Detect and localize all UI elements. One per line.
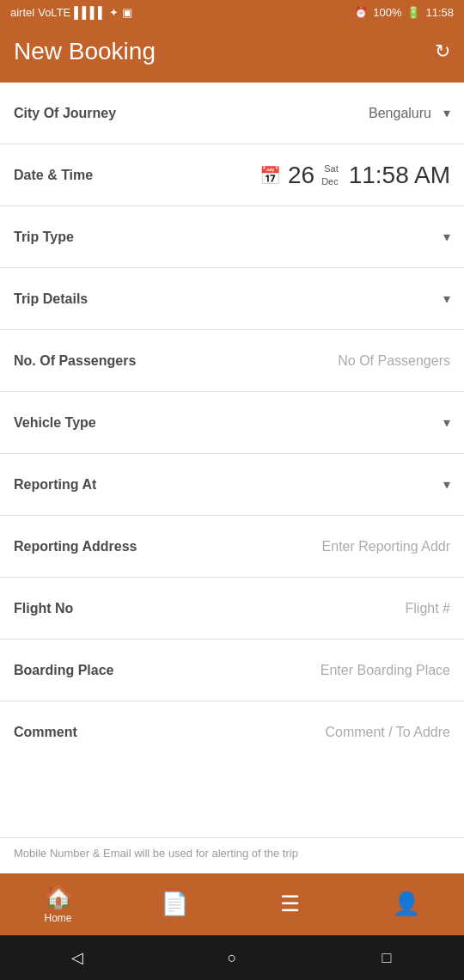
bottom-nav: 🏠 Home 📄 ☰ 👤: [0, 873, 464, 935]
boarding-place-label: Boarding Place: [14, 663, 168, 678]
battery-icon: 🔋: [406, 6, 420, 19]
comment-label: Comment: [14, 725, 168, 740]
flight-no-placeholder: Flight #: [406, 601, 450, 616]
time-value: 11:58 AM: [349, 162, 450, 189]
flight-no-row[interactable]: Flight No Flight #: [0, 578, 464, 640]
vehicle-type-value[interactable]: ▾: [168, 414, 450, 431]
document-icon: 📄: [161, 891, 188, 917]
date-month-day: Sat Dec: [321, 162, 339, 187]
nav-list[interactable]: ☰: [265, 891, 316, 917]
boarding-place-value[interactable]: Enter Boarding Place: [168, 663, 450, 678]
battery-label: 100%: [373, 6, 401, 19]
status-right: ⏰ 100% 🔋 11:58: [354, 6, 454, 19]
reporting-at-value[interactable]: ▾: [168, 476, 450, 493]
network-label: VoLTE: [38, 6, 70, 19]
boarding-place-row[interactable]: Boarding Place Enter Boarding Place: [0, 640, 464, 701]
trip-type-row[interactable]: Trip Type ▾: [0, 206, 464, 268]
flight-no-label: Flight No: [14, 601, 168, 616]
nav-documents[interactable]: 📄: [149, 891, 200, 917]
reporting-address-value[interactable]: Enter Reporting Addr: [168, 539, 450, 554]
date-day: 26: [288, 162, 314, 189]
alarm-icon: ⏰: [354, 6, 368, 19]
home-button[interactable]: ○: [215, 940, 249, 975]
comment-placeholder: Comment / To Addre: [325, 725, 450, 740]
system-nav: ◁ ○ □: [0, 935, 464, 980]
city-chevron-down-icon: ▾: [443, 105, 450, 121]
booking-form: City Of Journey Bengaluru ▾ Date & Time …: [0, 83, 464, 837]
passengers-row[interactable]: No. Of Passengers No Of Passengers: [0, 330, 464, 392]
comment-value[interactable]: Comment / To Addre: [168, 725, 450, 740]
time-label: 11:58: [425, 6, 454, 19]
nav-home-label: Home: [44, 912, 71, 924]
back-button[interactable]: ◁: [60, 940, 95, 975]
trip-details-label: Trip Details: [14, 291, 168, 307]
calendar-icon: 📅: [259, 165, 281, 186]
reporting-address-label: Reporting Address: [14, 539, 168, 554]
city-of-journey-label: City Of Journey: [14, 106, 168, 121]
reporting-at-row[interactable]: Reporting At ▾: [0, 454, 464, 516]
flight-no-value[interactable]: Flight #: [168, 601, 450, 616]
city-of-journey-text: Bengaluru: [369, 106, 431, 121]
vehicle-type-row[interactable]: Vehicle Type ▾: [0, 392, 464, 454]
nav-profile[interactable]: 👤: [381, 891, 432, 917]
date-display: 📅 26 Sat Dec 11:58 AM: [259, 162, 450, 189]
reporting-at-label: Reporting At: [14, 477, 168, 493]
profile-icon: 👤: [393, 891, 420, 917]
carrier-label: airtel: [10, 6, 34, 19]
signal-bars: ▌▌▌▌: [74, 6, 106, 19]
city-of-journey-row[interactable]: City Of Journey Bengaluru ▾: [0, 83, 464, 144]
comment-row[interactable]: Comment Comment / To Addre: [0, 701, 464, 763]
trip-type-chevron-down-icon: ▾: [443, 229, 450, 245]
home-icon: 🏠: [45, 884, 72, 910]
date-time-label: Date & Time: [14, 168, 168, 183]
status-bar: airtel VoLTE ▌▌▌▌ ✦ ▣ ⏰ 100% 🔋 11:58: [0, 0, 464, 24]
passengers-placeholder: No Of Passengers: [338, 353, 450, 369]
day-of-week: Sat: [321, 162, 339, 175]
trip-type-value[interactable]: ▾: [168, 229, 450, 245]
vehicle-type-chevron-down-icon: ▾: [443, 414, 450, 431]
recent-button[interactable]: □: [369, 940, 404, 975]
trip-details-row[interactable]: Trip Details ▾: [0, 268, 464, 330]
trip-details-chevron-down-icon: ▾: [443, 291, 450, 307]
trip-details-value[interactable]: ▾: [168, 291, 450, 307]
passengers-label: No. Of Passengers: [14, 353, 168, 369]
trip-type-label: Trip Type: [14, 230, 168, 245]
reporting-address-placeholder: Enter Reporting Addr: [322, 539, 450, 554]
date-time-row[interactable]: Date & Time 📅 26 Sat Dec 11:58 AM: [0, 144, 464, 206]
passengers-value[interactable]: No Of Passengers: [168, 353, 450, 369]
list-icon: ☰: [280, 891, 300, 917]
bottom-hint: Mobile Number & Email will be used for a…: [0, 837, 464, 873]
refresh-button[interactable]: ↻: [435, 40, 450, 63]
reporting-at-chevron-down-icon: ▾: [443, 476, 450, 493]
month-label: Dec: [321, 175, 339, 187]
page-title: New Booking: [14, 38, 156, 65]
app-header: New Booking ↻: [0, 24, 464, 83]
vehicle-type-label: Vehicle Type: [14, 415, 168, 431]
city-of-journey-value[interactable]: Bengaluru ▾: [168, 105, 450, 121]
reporting-address-row[interactable]: Reporting Address Enter Reporting Addr: [0, 516, 464, 578]
sim-icon: ▣: [122, 6, 132, 19]
bluetooth-icon: ✦: [109, 6, 119, 19]
date-time-value[interactable]: 📅 26 Sat Dec 11:58 AM: [168, 162, 450, 189]
status-left: airtel VoLTE ▌▌▌▌ ✦ ▣: [10, 6, 132, 19]
boarding-place-placeholder: Enter Boarding Place: [321, 663, 450, 678]
nav-home[interactable]: 🏠 Home: [33, 884, 84, 924]
